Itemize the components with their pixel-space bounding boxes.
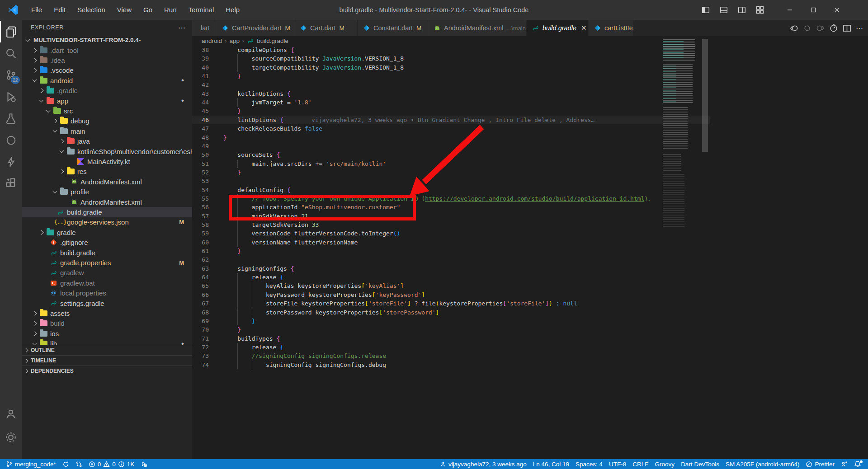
code-line-59[interactable]: 59 versionCode flutterVersionCode.toInte…	[192, 229, 710, 238]
status-indentation[interactable]: Spaces: 4	[572, 459, 606, 469]
tab-constant.dart[interactable]: Constant.dartM	[358, 20, 428, 36]
tree-root-folder[interactable]: MULTIVENDOR-STARTT-FROM-2.0.4-	[22, 35, 192, 45]
tab-cartprovider.dart[interactable]: CartProvider.dartM	[216, 20, 294, 36]
sidebar-item-gradlew.bat[interactable]: gradlew.bat	[22, 278, 192, 288]
activity-search[interactable]	[0, 42, 22, 64]
code-line-73[interactable]: 73 //signingConfig signingConfigs.releas…	[192, 352, 710, 360]
activity-run-debug[interactable]	[0, 86, 22, 108]
run-timer-icon[interactable]	[829, 23, 838, 33]
activity-testing[interactable]	[0, 108, 22, 129]
sidebar-item-debug[interactable]: debug	[22, 116, 192, 126]
activity-settings[interactable]	[0, 427, 22, 448]
code-line-63[interactable]: 63 signingConfigs {	[192, 264, 710, 273]
menu-edit[interactable]: Edit	[48, 0, 71, 20]
panel-left-icon[interactable]	[698, 2, 713, 18]
maximize-button[interactable]	[803, 0, 824, 20]
activity-explorer[interactable]	[0, 21, 22, 42]
code-line-64[interactable]: 64 release {	[192, 273, 710, 281]
layout-grid-icon[interactable]	[752, 2, 768, 18]
status-eol[interactable]: CRLF	[629, 459, 651, 469]
code-line-68[interactable]: 68 storePassword keystoreProperties['sto…	[192, 308, 710, 317]
code-line-52[interactable]: 52 }	[192, 168, 710, 177]
code-line-53[interactable]: 53	[192, 177, 710, 185]
sidebar-item-java[interactable]: java	[22, 136, 192, 146]
code-line-44[interactable]: 44 jvmTarget = '1.8'	[192, 98, 710, 107]
sidebar-item-.vscode[interactable]: .vscode	[22, 66, 192, 75]
sidebar-item-gradle[interactable]: gradle	[22, 227, 192, 237]
sidebar-item-local.properties[interactable]: local.properties	[22, 288, 192, 298]
activity-tool-circle[interactable]	[0, 129, 22, 151]
code-line-45[interactable]: 45 }	[192, 107, 710, 115]
code-line-48[interactable]: 48}	[192, 133, 710, 142]
status-prettier[interactable]: Prettier	[802, 459, 838, 469]
breadcrumb-app[interactable]: app	[229, 38, 240, 44]
close-tab-icon[interactable]: ✕	[581, 24, 587, 32]
code-line-40[interactable]: 40 targetCompatibility JavaVersion.VERSI…	[192, 63, 710, 72]
code-line-71[interactable]: 71 buildTypes {	[192, 334, 710, 343]
tab-cartlistitear[interactable]: cartListItear	[589, 20, 634, 36]
breadcrumb-android[interactable]: android	[202, 38, 222, 44]
sidebar-item-build.gradle[interactable]: build.gradle	[22, 207, 192, 217]
activity-thunder-client[interactable]	[0, 151, 22, 173]
sidebar-item-res[interactable]: res	[22, 167, 192, 177]
sidebar-item-.idea[interactable]: .idea	[22, 55, 192, 65]
code-line-67[interactable]: 67 storeFile keystoreProperties['storeFi…	[192, 299, 710, 308]
status-compare-changes[interactable]	[72, 459, 85, 469]
nav-forward-circle-icon[interactable]	[816, 24, 825, 33]
code-line-70[interactable]: 70 }	[192, 325, 710, 334]
tab-build.gradle[interactable]: build.gradle✕	[527, 20, 589, 36]
vertical-scrollbar[interactable]	[702, 39, 708, 152]
code-line-42[interactable]: 42	[192, 80, 710, 89]
sidebar-item-build.gradle[interactable]: build.gradle	[22, 248, 192, 258]
close-button[interactable]	[826, 0, 847, 20]
nav-back-circle-icon[interactable]	[790, 24, 798, 33]
sidebar-item-kotlin-eshop-multivendor-customer-eshop-...[interactable]: kotlin\eShop\multivendor\customer\eshop_…	[22, 146, 192, 156]
code-line-46[interactable]: 46 lintOptions {vijayvaghela72, 3 weeks …	[192, 116, 710, 124]
code-line-65[interactable]: 65 keyAlias keystoreProperties['keyAlias…	[192, 281, 710, 290]
tab-cart.dart[interactable]: Cart.dartM	[294, 20, 358, 36]
status-encoding[interactable]: UTF-8	[606, 459, 629, 469]
sidebar-item-profile[interactable]: profile	[22, 187, 192, 197]
status-notifications[interactable]	[851, 459, 864, 469]
sidebar-item-gradlew[interactable]: gradlew	[22, 268, 192, 278]
sidebar-item-google-services.json[interactable]: {..}google-services.jsonM	[22, 217, 192, 227]
code-line-49[interactable]: 49	[192, 142, 710, 150]
sidebar-section-dependencies[interactable]: DEPENDENCIES	[22, 366, 192, 376]
code-line-51[interactable]: 51 main.java.srcDirs += 'src/main/kotlin…	[192, 159, 710, 168]
status-problems[interactable]: 001K	[85, 459, 138, 469]
status-cursor-position[interactable]: Ln 46, Col 19	[530, 459, 572, 469]
code-line-38[interactable]: 38 compileOptions {	[192, 46, 710, 54]
menu-help[interactable]: Help	[220, 0, 245, 20]
sidebar-section-outline[interactable]: OUTLINE	[22, 345, 192, 355]
tab-lart[interactable]: lart	[192, 20, 216, 36]
code-line-50[interactable]: 50 sourceSets {	[192, 150, 710, 159]
code-line-43[interactable]: 43 kotlinOptions {	[192, 89, 710, 98]
status-git-branch[interactable]: merging_code*	[3, 459, 59, 469]
breadcrumb-build.gradle[interactable]: build.gradle	[257, 38, 288, 44]
code-line-66[interactable]: 66 keyPassword keystoreProperties['keyPa…	[192, 291, 710, 299]
code-line-61[interactable]: 61 }	[192, 247, 710, 255]
code-line-74[interactable]: 74 signingConfig signingConfigs.debug	[192, 361, 710, 369]
sidebar-item-settings.gradle[interactable]: settings.gradle	[22, 298, 192, 308]
nav-dot-circle-icon[interactable]	[803, 24, 811, 33]
activity-accounts[interactable]	[0, 403, 22, 425]
code-line-58[interactable]: 58 targetSdkVersion 33	[192, 220, 710, 229]
sidebar-item-main[interactable]: main	[22, 126, 192, 136]
split-editor-icon[interactable]	[843, 24, 851, 33]
explorer-more-actions-icon[interactable]: ⋯	[178, 23, 186, 32]
panel-bottom-icon[interactable]	[716, 2, 731, 18]
sidebar-item-mainactivity.kt[interactable]: MainActivity.kt	[22, 156, 192, 166]
status-sync[interactable]	[59, 459, 72, 469]
sidebar-item-.dart-tool[interactable]: .dart_tool	[22, 45, 192, 55]
sidebar-item-android[interactable]: android•	[22, 75, 192, 85]
sidebar-item-build[interactable]: build	[22, 319, 192, 328]
sidebar-item-gradle.properties[interactable]: gradle.propertiesM	[22, 258, 192, 267]
sidebar-item-androidmanifest.xml[interactable]: AndroidManifest.xml	[22, 177, 192, 187]
menu-run[interactable]: Run	[158, 0, 183, 20]
status-language-mode[interactable]: Groovy	[652, 459, 678, 469]
code-line-39[interactable]: 39 sourceCompatibility JavaVersion.VERSI…	[192, 54, 710, 63]
sidebar-item-androidmanifest.xml[interactable]: AndroidManifest.xml	[22, 197, 192, 207]
more-actions-icon[interactable]: ⋯	[856, 24, 863, 33]
menu-go[interactable]: Go	[137, 0, 158, 20]
code-line-54[interactable]: 54 defaultConfig {	[192, 186, 710, 194]
